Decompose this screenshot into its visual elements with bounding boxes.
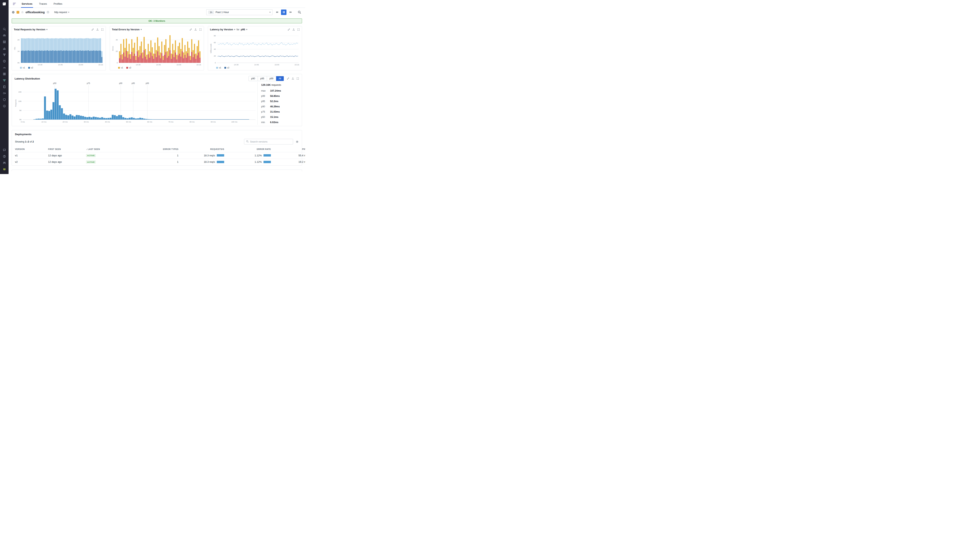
chevron-down-icon: ▾ <box>246 28 247 30</box>
svg-text:p75: p75 <box>87 82 90 84</box>
requests-chart-canvas[interactable]: 0K1K2K14:3014:4515:0015:15Hits <box>14 32 104 66</box>
errors-chart-canvas[interactable]: 0204014:3014:4515:0015:15Errors <box>112 32 202 66</box>
requests-legend-v2[interactable]: v2 <box>28 67 33 69</box>
latency-summary-panel: 129.16K requests max107.24msp9958.85msp9… <box>257 82 299 125</box>
pause-icon <box>283 11 285 13</box>
errors-legend-v2[interactable]: v2 <box>126 67 131 69</box>
svg-text:15:00: 15:00 <box>177 63 181 66</box>
requests-legend-v1[interactable]: v1 <box>20 67 25 69</box>
gear-icon[interactable] <box>296 140 299 143</box>
org-users-icon[interactable] <box>2 161 7 165</box>
column-version[interactable]: VERSION <box>15 147 48 152</box>
integrations-icon[interactable] <box>2 72 7 77</box>
export-icon[interactable] <box>96 28 99 31</box>
dashboards-icon[interactable] <box>2 40 7 44</box>
export-icon[interactable] <box>291 77 294 80</box>
bits-ai-icon[interactable] <box>2 167 7 172</box>
tab-traces[interactable]: Traces <box>36 0 50 8</box>
column-p95-latency[interactable]: P95 LATENCY <box>271 147 305 152</box>
column-requests-s[interactable]: REQUESTS/S <box>179 147 224 152</box>
charts-row: Total Requests by Version ▾ 0K1K2K14:301… <box>12 26 302 70</box>
latency-distribution-title: Latency Distribution <box>15 77 40 80</box>
monitors-icon[interactable] <box>2 59 7 63</box>
support-chat-icon[interactable] <box>2 148 7 152</box>
column-error-types[interactable]: ERROR TYPES <box>144 147 179 152</box>
column-last-seen[interactable]: ↓ LAST SEEN <box>86 147 144 152</box>
scale-icon[interactable] <box>288 28 290 31</box>
deployment-row-v1[interactable]: v112 days agoACTIVE118.3 req/s1.12%55.4 … <box>15 152 305 159</box>
svg-text:80: 80 <box>214 35 216 37</box>
help-icon[interactable] <box>2 154 7 159</box>
svg-text:15:00: 15:00 <box>274 63 279 66</box>
stat-label: p90 <box>261 105 270 108</box>
tab-services[interactable]: Services <box>18 0 36 8</box>
synthetics-icon[interactable] <box>2 104 7 108</box>
operation-dropdown[interactable]: http.request ▾ <box>54 11 69 13</box>
requests-chart-header: Total Requests by Version ▾ <box>14 28 104 31</box>
notebooks-icon[interactable] <box>2 85 7 89</box>
security-icon[interactable] <box>2 97 7 102</box>
last-seen-cell: ACTIVE <box>86 159 144 165</box>
errors-chart-header: Total Errors by Version ▾ <box>112 28 202 31</box>
latency-histogram-canvas[interactable]: 0K5K10K15KRequests0 ms10 ms20 ms30 ms40 … <box>15 82 257 123</box>
globe-icon <box>12 11 15 14</box>
svg-text:15:00: 15:00 <box>79 63 83 66</box>
deployment-row-v2[interactable]: v212 days agoACTIVE118.3 req/s1.12%19.2 … <box>15 159 305 165</box>
info-icon[interactable] <box>47 11 49 13</box>
fullscreen-icon[interactable] <box>296 77 299 80</box>
svg-text:20: 20 <box>214 55 216 57</box>
apm-lines-icon[interactable] <box>10 0 18 8</box>
svg-text:14:30: 14:30 <box>234 63 239 66</box>
ci-cd-icon[interactable] <box>2 91 7 96</box>
errors-chart-title-dropdown[interactable]: Total Errors by Version ▾ <box>112 28 142 31</box>
scale-icon[interactable] <box>91 28 94 31</box>
legend-swatch <box>126 67 128 68</box>
tab-profiles-label: Profiles <box>53 2 62 5</box>
search-versions-box <box>244 139 293 145</box>
apm-icon[interactable] <box>2 78 7 83</box>
percentile-toggle-p90[interactable]: p90 <box>249 76 257 81</box>
percentile-toggle-p95[interactable]: p95 <box>257 76 267 81</box>
active-badge: ACTIVE <box>86 160 96 163</box>
time-range-select[interactable]: 1h Past 1 Hour ▾ <box>206 9 273 15</box>
monitors-ok-banner[interactable]: OK: 3 Monitors <box>12 18 302 23</box>
requests-chart-title-dropdown[interactable]: Total Requests by Version ▾ <box>14 28 47 31</box>
column-first-seen[interactable]: FIRST SEEN <box>48 147 86 152</box>
legend-swatch <box>224 67 226 68</box>
percentile-toggle-p99[interactable]: p99 <box>267 76 276 81</box>
favorite-star-icon[interactable]: ☆ <box>21 11 24 14</box>
column-error-rate[interactable]: ERROR RATE <box>224 147 271 152</box>
fullscreen-icon[interactable] <box>101 28 104 31</box>
metrics-icon[interactable] <box>2 46 7 51</box>
search-icon[interactable] <box>2 27 7 32</box>
time-range-label: Past 1 Hour <box>216 11 229 13</box>
fullscreen-icon[interactable] <box>297 28 300 31</box>
export-icon[interactable] <box>194 28 197 31</box>
export-icon[interactable] <box>292 28 295 31</box>
datadog-logo[interactable] <box>2 1 7 7</box>
errors-legend-v1[interactable]: v1 <box>118 67 123 69</box>
zoom-search-button[interactable] <box>297 10 302 15</box>
latency-legend-v2[interactable]: v2 <box>224 67 229 69</box>
forward-button[interactable] <box>288 10 293 15</box>
scale-icon[interactable] <box>189 28 192 31</box>
search-versions-input[interactable] <box>250 140 291 143</box>
tab-profiles[interactable]: Profiles <box>50 0 65 8</box>
rewind-button[interactable] <box>274 10 279 15</box>
latency-chart-title-dropdown[interactable]: Latency by Version ▾ <box>210 28 235 31</box>
infrastructure-icon[interactable] <box>2 52 7 57</box>
percentile-dropdown[interactable]: p95 ▾ <box>241 28 247 31</box>
svg-text:15K: 15K <box>18 91 22 93</box>
percentile-toggle-all[interactable]: All <box>276 76 284 81</box>
svg-text:20: 20 <box>115 50 118 52</box>
errors-chart-title: Total Errors by Version <box>112 28 140 31</box>
pause-button[interactable] <box>281 10 286 15</box>
slos-icon[interactable] <box>2 65 7 70</box>
scale-icon[interactable] <box>287 77 289 80</box>
fullscreen-icon[interactable] <box>199 28 202 31</box>
watchdog-icon[interactable] <box>2 33 7 38</box>
first-seen-cell: 12 days ago <box>48 159 86 165</box>
latency-chart-canvas[interactable]: 02040608014:3014:4515:0015:15Millisecond… <box>210 32 300 66</box>
main-area: Services Traces Profiles ☆ officebooking… <box>8 0 305 171</box>
latency-legend-v1[interactable]: v1 <box>216 67 221 69</box>
